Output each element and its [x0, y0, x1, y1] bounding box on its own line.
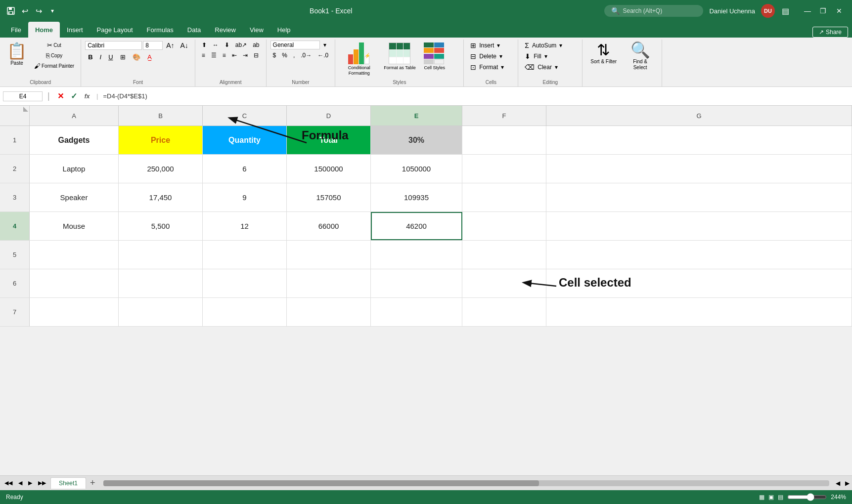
tab-data[interactable]: Data — [180, 22, 208, 38]
increase-indent-button[interactable]: ⇥ — [240, 51, 250, 60]
scroll-right-button[interactable]: ▶ — [843, 479, 852, 488]
sort-filter-button[interactable]: ⇅ Sort & Filter — [586, 41, 621, 73]
copy-button[interactable]: ⎘ Copy — [32, 51, 77, 60]
cell-C3[interactable]: 9 — [203, 183, 287, 211]
horizontal-scrollbar-thumb[interactable] — [103, 480, 539, 486]
undo-icon[interactable]: ↩ — [20, 6, 30, 16]
row-header-3[interactable]: 3 — [0, 183, 30, 211]
redo-icon[interactable]: ↪ — [34, 6, 44, 16]
align-left-button[interactable]: ≡ — [199, 51, 208, 60]
cut-button[interactable]: ✂ Cut — [32, 41, 77, 50]
user-avatar[interactable]: DU — [761, 4, 775, 18]
cell-D2[interactable]: 1500000 — [287, 155, 371, 183]
tab-formulas[interactable]: Formulas — [140, 22, 180, 38]
restore-button[interactable]: ❐ — [816, 4, 830, 18]
align-top-button[interactable]: ⬆ — [199, 41, 209, 49]
cell-C2[interactable]: 6 — [203, 155, 287, 183]
cell-C5[interactable] — [203, 241, 287, 269]
quick-access-more-icon[interactable]: ▾ — [47, 6, 57, 16]
font-size-input[interactable] — [143, 41, 163, 50]
col-header-G[interactable]: G — [546, 106, 852, 126]
increase-decimal-button[interactable]: .0→ — [298, 51, 314, 60]
underline-button[interactable]: U — [105, 52, 116, 62]
sheet-tab-sheet1[interactable]: Sheet1 — [50, 477, 86, 489]
cell-D5[interactable] — [287, 241, 371, 269]
insert-button[interactable]: ⊞ Insert ▾ — [468, 41, 502, 50]
cell-F1[interactable] — [462, 126, 546, 154]
cell-B5[interactable] — [119, 241, 203, 269]
align-bottom-button[interactable]: ⬇ — [222, 41, 232, 49]
number-format-dropdown[interactable]: ▾ — [321, 41, 329, 49]
wrap-text-button[interactable]: ab — [250, 41, 262, 49]
cell-D3[interactable]: 157050 — [287, 183, 371, 211]
formula-confirm-button[interactable]: ✓ — [68, 90, 80, 102]
increase-font-button[interactable]: A↑ — [164, 41, 177, 50]
decrease-font-button[interactable]: A↓ — [178, 41, 190, 50]
cell-D4[interactable]: 66000 — [287, 212, 371, 240]
cell-G4[interactable] — [546, 212, 852, 240]
sheet-nav-first[interactable]: ◀◀ — [2, 479, 15, 487]
cell-E6[interactable] — [371, 269, 462, 297]
cell-E5[interactable] — [371, 241, 462, 269]
italic-button[interactable]: I — [97, 52, 105, 62]
share-button[interactable]: ↗ Share — [812, 27, 848, 38]
formula-input[interactable] — [103, 92, 849, 100]
cell-A3[interactable]: Speaker — [30, 183, 119, 211]
merge-button[interactable]: ⊟ — [251, 51, 261, 60]
corner-cell[interactable] — [0, 106, 30, 126]
percent-button[interactable]: % — [279, 51, 290, 60]
cell-B6[interactable] — [119, 269, 203, 297]
cell-B4[interactable]: 5,500 — [119, 212, 203, 240]
cell-E7[interactable] — [371, 298, 462, 326]
paste-button[interactable]: 📋 Paste — [4, 41, 30, 67]
decrease-indent-button[interactable]: ⇤ — [229, 51, 239, 60]
comma-button[interactable]: , — [291, 51, 297, 60]
cell-G2[interactable] — [546, 155, 852, 183]
cell-D7[interactable] — [287, 298, 371, 326]
tab-home[interactable]: Home — [28, 22, 60, 38]
col-header-A[interactable]: A — [30, 106, 119, 126]
row-header-6[interactable]: 6 — [0, 269, 30, 297]
cell-G6[interactable] — [546, 269, 852, 297]
border-button[interactable]: ⊞ — [117, 52, 129, 62]
format-painter-button[interactable]: 🖌 Format Painter — [32, 61, 77, 71]
minimize-button[interactable]: — — [801, 4, 814, 18]
cell-A6[interactable] — [30, 269, 119, 297]
decrease-decimal-button[interactable]: ←.0 — [315, 51, 331, 60]
col-header-B[interactable]: B — [119, 106, 203, 126]
orientation-button[interactable]: ab↗ — [233, 41, 249, 49]
fill-button[interactable]: ⬇ Fill ▾ — [522, 51, 549, 61]
cell-A2[interactable]: Laptop — [30, 155, 119, 183]
cell-G1[interactable] — [546, 126, 852, 154]
cell-F3[interactable] — [462, 183, 546, 211]
tab-view[interactable]: View — [243, 22, 270, 38]
sheet-nav-last[interactable]: ▶▶ — [36, 479, 48, 487]
col-header-E[interactable]: E — [371, 106, 462, 126]
col-header-F[interactable]: F — [462, 106, 546, 126]
view-normal-button[interactable]: ▦ — [759, 494, 764, 501]
cell-E1[interactable]: 30% — [371, 126, 462, 154]
cell-E2[interactable]: 1050000 — [371, 155, 462, 183]
delete-button[interactable]: ⊟ Delete ▾ — [468, 51, 505, 61]
sheet-nav-next[interactable]: ▶ — [26, 479, 35, 487]
row-header-1[interactable]: 1 — [0, 126, 30, 154]
row-header-2[interactable]: 2 — [0, 155, 30, 183]
cell-A4[interactable]: Mouse — [30, 212, 119, 240]
sheet-nav-prev[interactable]: ◀ — [16, 479, 25, 487]
zoom-slider[interactable] — [787, 493, 827, 501]
fill-color-button[interactable]: 🎨 — [130, 52, 143, 62]
fx-button[interactable]: fx — [83, 92, 92, 101]
font-color-button[interactable]: A̲ — [144, 52, 155, 62]
format-button[interactable]: ⊡ Format ▾ — [468, 62, 506, 72]
ribbon-display-icon[interactable]: ▤ — [781, 6, 791, 16]
col-header-C[interactable]: C — [203, 106, 287, 126]
cell-A5[interactable] — [30, 241, 119, 269]
cell-F5[interactable] — [462, 241, 546, 269]
bold-button[interactable]: B — [85, 52, 95, 62]
cell-F4[interactable] — [462, 212, 546, 240]
view-layout-button[interactable]: ▣ — [768, 494, 774, 501]
tab-help[interactable]: Help — [270, 22, 298, 38]
font-name-input[interactable] — [85, 41, 142, 50]
row-header-5[interactable]: 5 — [0, 241, 30, 269]
cell-G7[interactable] — [546, 298, 852, 326]
